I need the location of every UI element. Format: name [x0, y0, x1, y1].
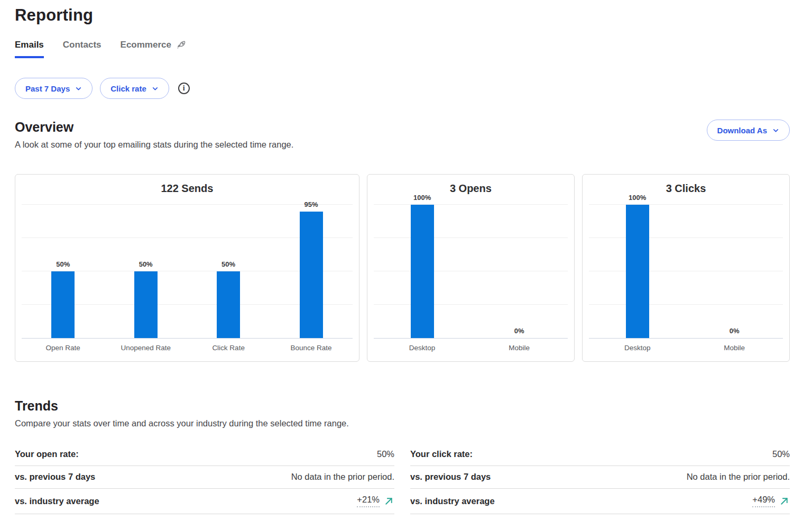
trend-up-arrow-icon [779, 496, 790, 507]
overview-header: Overview A look at some of your top emai… [15, 120, 790, 150]
chevron-down-icon [75, 85, 82, 92]
chart-plot: 100%0% [374, 205, 568, 339]
click-rate-trends-table: Your click rate: 50% vs. previous 7 days… [410, 443, 790, 514]
bar-series: 100%0% [589, 205, 783, 338]
bar-column: 0% [686, 205, 783, 338]
bar-column: 50% [104, 205, 187, 338]
table-row: vs. previous 7 days No data in the prior… [15, 466, 394, 489]
filter-bar: Past 7 Days Click rate i [15, 78, 790, 99]
rocket-icon [176, 39, 187, 50]
row-label: Your open rate: [15, 449, 79, 459]
sends-chart-card: 122 Sends 50%50%50%95% Open RateUnopened… [15, 174, 359, 362]
x-axis-label: Mobile [686, 344, 783, 352]
row-label: vs. industry average [15, 496, 99, 506]
bar-value-label: 100% [589, 194, 686, 202]
row-value[interactable]: +21% [357, 495, 380, 507]
x-axis-label: Click Rate [187, 344, 270, 352]
report-tabs: Emails Contacts Ecommerce [15, 39, 790, 58]
x-axis-label: Unopened Rate [104, 344, 187, 352]
download-as-label: Download As [717, 126, 767, 135]
x-axis-label: Desktop [589, 344, 686, 352]
x-axis-label: Bounce Rate [270, 344, 352, 352]
bar-series: 100%0% [374, 205, 568, 338]
download-as-button[interactable]: Download As [707, 120, 790, 141]
trend-up-arrow-icon [383, 496, 394, 507]
table-row: Your open rate: 50% [15, 443, 394, 466]
overview-header-text: Overview A look at some of your top emai… [15, 120, 293, 150]
row-value: 50% [377, 449, 394, 459]
metric-label: Click rate [110, 84, 146, 93]
tab-ecommerce-label: Ecommerce [121, 40, 171, 50]
chart-title: 122 Sends [15, 183, 359, 195]
bar-value-label: 50% [22, 260, 104, 268]
bar-value-label: 50% [187, 260, 270, 268]
reporting-page: Reporting Emails Contacts Ecommerce Past… [15, 0, 790, 514]
trends-section: Trends Compare your stats over time and … [15, 398, 790, 514]
bar-value-label: 95% [270, 200, 352, 208]
row-value[interactable]: +49% [752, 495, 775, 507]
info-icon[interactable]: i [178, 83, 190, 94]
row-value: 50% [772, 449, 790, 459]
bar-value-label: 0% [686, 327, 783, 335]
bar-column: 50% [22, 205, 104, 338]
overview-title: Overview [15, 120, 293, 135]
row-label: vs. previous 7 days [15, 472, 95, 482]
row-label: Your click rate: [410, 449, 473, 459]
bar [626, 205, 649, 338]
chart-plot: 100%0% [589, 205, 783, 339]
tab-ecommerce[interactable]: Ecommerce [121, 39, 187, 58]
bar [411, 205, 434, 338]
opens-chart-card: 3 Opens 100%0% DesktopMobile [367, 174, 575, 362]
bar-value-label: 0% [470, 327, 568, 335]
row-value-group: +21% [357, 495, 394, 507]
bar-value-label: 50% [104, 260, 187, 268]
table-row: vs. previous 7 days No data in the prior… [410, 466, 790, 489]
trends-description: Compare your stats over time and across … [15, 418, 790, 428]
overview-description: A look at some of your top emailing stat… [15, 140, 293, 150]
bar [51, 271, 75, 338]
chart-title: 3 Clicks [583, 183, 789, 195]
row-label: vs. previous 7 days [410, 472, 491, 482]
clicks-chart-card: 3 Clicks 100%0% DesktopMobile [582, 174, 790, 362]
chart-x-labels: Open RateUnopened RateClick RateBounce R… [22, 339, 353, 352]
table-row: vs. industry average +49% [410, 489, 790, 514]
tab-emails-label: Emails [15, 40, 44, 50]
row-value: No data in the prior period. [291, 472, 394, 482]
x-axis-label: Desktop [374, 344, 471, 352]
bar-value-label: 100% [374, 194, 471, 202]
date-range-dropdown[interactable]: Past 7 Days [15, 78, 93, 99]
tab-contacts-label: Contacts [63, 40, 102, 50]
row-value: No data in the prior period. [687, 472, 790, 482]
chevron-down-icon [152, 85, 159, 92]
metric-dropdown[interactable]: Click rate [100, 78, 169, 99]
bar [217, 271, 240, 338]
bar-series: 50%50%50%95% [22, 205, 353, 338]
bar-column: 0% [470, 205, 568, 338]
open-rate-trends-table: Your open rate: 50% vs. previous 7 days … [15, 443, 394, 514]
chart-title: 3 Opens [367, 183, 574, 195]
bar-column: 95% [270, 205, 352, 338]
row-value-group: +49% [752, 495, 790, 507]
x-axis-label: Mobile [470, 344, 568, 352]
bar-column: 100% [374, 205, 471, 338]
trends-title: Trends [15, 398, 790, 414]
bar-column: 100% [589, 205, 686, 338]
trends-tables: Your open rate: 50% vs. previous 7 days … [15, 443, 790, 514]
date-range-label: Past 7 Days [25, 84, 70, 93]
chart-plot: 50%50%50%95% [22, 205, 353, 339]
overview-charts: 122 Sends 50%50%50%95% Open RateUnopened… [15, 174, 790, 362]
tab-contacts[interactable]: Contacts [63, 40, 102, 58]
table-row: vs. industry average +21% [15, 489, 394, 514]
chart-x-labels: DesktopMobile [374, 339, 568, 352]
page-title: Reporting [15, 0, 790, 25]
row-label: vs. industry average [410, 496, 495, 506]
bar [300, 212, 323, 338]
x-axis-label: Open Rate [22, 344, 104, 352]
chevron-down-icon [772, 127, 779, 134]
bar-column: 50% [187, 205, 270, 338]
chart-x-labels: DesktopMobile [589, 339, 783, 352]
table-row: Your click rate: 50% [410, 443, 790, 466]
tab-emails[interactable]: Emails [15, 40, 44, 58]
bar [134, 271, 158, 338]
